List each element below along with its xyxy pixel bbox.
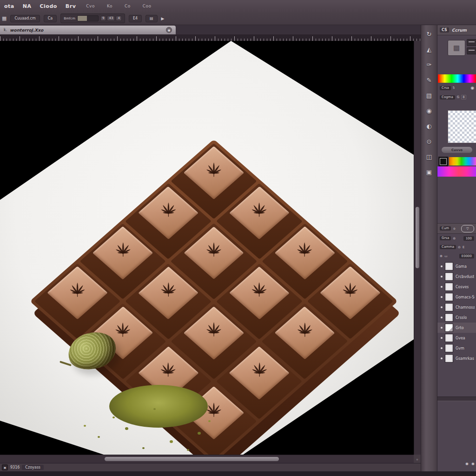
menu-item-2[interactable]: Ciodo [35,3,61,9]
cannabis-leaf-icon [200,320,228,345]
layer-thumbnail[interactable] [445,272,453,281]
clone-stamp-tool-icon[interactable]: ◉ [424,106,434,115]
layer-thumbnail[interactable] [445,313,453,322]
options-mini-button-0[interactable]: 9 [100,16,106,21]
shield-icon[interactable]: ▽ [461,225,474,232]
layer-name: Gsamrkas [456,357,474,361]
options-mini-button-2[interactable]: 4 [116,16,121,21]
layers-footer-icon-0[interactable]: ◉ [465,462,469,466]
color-spectrum-bar[interactable] [438,74,476,83]
options-flyout-arrow-icon[interactable]: ▶ [161,16,165,21]
layer-visibility-icon[interactable] [441,306,443,308]
row1-label[interactable]: Crsa [440,86,451,90]
row2-value[interactable]: 8 [461,95,466,99]
options-chip-2[interactable]: ▤ [145,15,158,22]
canvas-area[interactable] [0,41,414,455]
panel-header-tab[interactable]: Ccrum [452,28,467,33]
swatch-label-pill[interactable]: Cuvvo [442,147,472,153]
crop-tool-icon[interactable]: ◫ [424,152,434,161]
brush-tool-icon[interactable]: ✑ [424,60,434,69]
options-mini-button-1[interactable]: 43 [107,16,115,21]
fill-icon-1[interactable]: ⊕ [440,254,443,258]
lock-icon[interactable]: ⊝ [458,245,461,249]
menu-item-6[interactable]: Co [119,4,137,8]
options-button-1[interactable]: Cuuaad.cm [10,15,40,22]
document-tab[interactable]: k. wonterroJ.Xxo ● [0,26,176,34]
panel-header-chip[interactable]: CS [440,27,449,33]
layer-thumbnail[interactable] [445,283,453,291]
menu-item-7[interactable]: Coo [137,4,158,8]
layer-row-3[interactable]: Gomacs-Su [437,292,476,302]
blend-opacity-row: Grsa ⊜ 100 [437,234,476,243]
layer-visibility-icon[interactable] [441,347,443,349]
panel-button-2[interactable] [467,47,476,54]
fill-icon-2[interactable]: ▭ [444,254,448,258]
layer-thumbnail[interactable] [445,334,453,342]
pen-tool-icon[interactable]: ✎ [424,76,434,85]
layer-row-8[interactable]: Gvm [437,343,476,353]
eyedropper-tool-icon[interactable]: ⊙ [424,137,434,146]
layers-footer-icon-1[interactable]: ◉ [471,462,475,466]
zoom-tool-icon[interactable]: ▣ [424,168,434,177]
layer-thumbnail[interactable] [445,262,453,271]
options-button-2[interactable]: Ca [44,15,57,22]
tool-preset-icon[interactable]: ▦ [2,15,7,21]
horizontal-scrollbar[interactable] [0,455,414,463]
panel-button-1[interactable] [467,39,476,46]
vertical-scrollbar-thumb[interactable] [416,207,419,268]
fill-row: ⊕ ▭ E0000 [437,251,476,260]
layer-row-2[interactable]: Cosves [437,282,476,292]
layer-visibility-icon[interactable] [441,276,443,278]
layer-thumbnail[interactable] [445,354,453,363]
opacity-label[interactable]: Grsa [440,236,451,240]
close-icon[interactable]: ● [166,27,172,33]
layer-visibility-icon[interactable] [441,265,443,267]
layer-thumbnail[interactable] [445,324,453,332]
layer-thumbnail[interactable] [445,344,453,352]
options-input[interactable] [77,15,99,21]
eye-icon[interactable]: ◉ [470,86,474,90]
layer-name: Gomacs-Su [456,295,475,299]
layer-visibility-icon[interactable] [441,327,443,329]
layer-thumbnail[interactable] [445,293,453,301]
menu-item-1[interactable]: NA [19,3,36,9]
layers-tab[interactable]: Cum [440,226,451,231]
layer-visibility-icon[interactable] [441,286,443,288]
menu-item-3[interactable]: Brv [61,3,80,9]
marquee-tool-icon[interactable]: ▧ [424,91,434,100]
layer-row-5[interactable]: Crsslo [437,312,476,323]
layer-visibility-icon[interactable] [441,357,443,359]
layer-row-4[interactable]: Chamnosat [437,302,476,312]
layer-row-6[interactable]: Grto [437,323,476,333]
magenta-gradient-bar[interactable] [437,166,476,177]
foreground-color-swatch[interactable] [438,157,448,166]
opacity-value[interactable]: 100 [463,236,474,241]
status-doc-chip[interactable]: Czoyass [22,465,44,470]
menu-item-0[interactable]: ota [0,3,19,9]
layer-list: GamaCrcbvdustCosvesGomacs-SuChamnosatCrs… [437,261,476,364]
preset-thumbnail-icon[interactable]: ▩ [448,40,465,56]
panel-header: CS Ccrum [437,25,476,35]
fill-value[interactable]: E0000 [459,254,474,258]
layer-row-1[interactable]: Crcbvdust [437,271,476,282]
zoom-level[interactable]: 9316 [10,465,20,469]
layer-row-7[interactable]: Gvea [437,333,476,343]
layer-visibility-icon[interactable] [441,296,443,298]
transparency-swatch[interactable] [448,110,476,143]
lock-label[interactable]: Camma [440,245,456,249]
horizontal-scrollbar-thumb[interactable] [105,457,279,461]
layer-visibility-icon[interactable] [441,337,443,339]
layer-thumbnail[interactable] [445,303,453,311]
layer-row-0[interactable]: Gama [437,261,476,271]
hand-tool-icon[interactable]: ↻ [424,30,434,39]
options-chip-1[interactable]: E4 [129,15,142,22]
layer-row-9[interactable]: Gsamrkas [437,353,476,364]
layer-visibility-icon[interactable] [441,317,443,318]
menu-item-5[interactable]: Ko [101,4,119,8]
row2-label[interactable]: Cogma [440,95,455,99]
menu-item-4[interactable]: Cvo [80,4,101,8]
lasso-tool-icon[interactable]: ◭ [424,45,434,54]
rainbow-gradient-bar[interactable] [449,157,476,165]
dodge-tool-icon[interactable]: ◐ [424,122,434,131]
vertical-scrollbar[interactable] [414,41,421,455]
